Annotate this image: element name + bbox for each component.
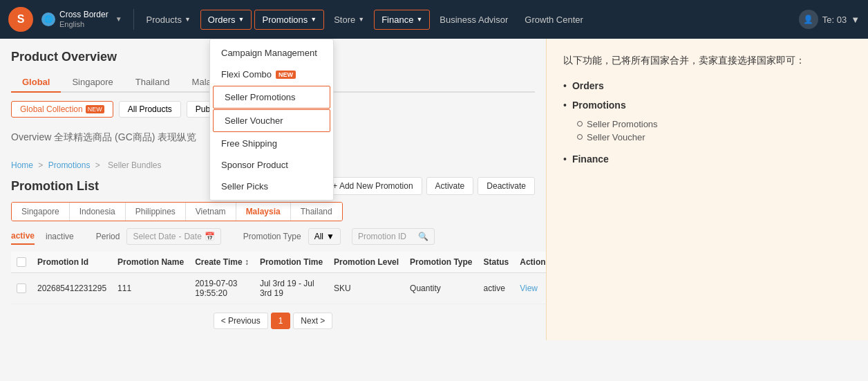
- notice-item-promotions: • Promotions Seller Promotions Seller Vo…: [563, 100, 851, 145]
- platform-selector[interactable]: 🌐 Cross Border English ▼: [41, 10, 122, 29]
- pagination-next[interactable]: Next >: [293, 313, 332, 329]
- period-start-input[interactable]: Select Date - Date 📅: [126, 228, 220, 245]
- row-checkbox: [11, 273, 32, 304]
- breadcrumb-promotions[interactable]: Promotions: [48, 160, 91, 170]
- breadcrumb-seller-bundles: Seller Bundles: [108, 160, 161, 170]
- nav-store[interactable]: Store ▼: [327, 10, 371, 29]
- country-tab-thailand[interactable]: Thailand: [291, 203, 342, 221]
- status-filter-row: active inactive Period Select Date - Dat…: [11, 228, 535, 245]
- user-caret: ▼: [851, 15, 860, 25]
- circle-bullet-1: [577, 121, 583, 127]
- promotion-actions: + Add New Promotion Activate Deactivate: [323, 177, 535, 195]
- row-promo-level: SKU: [328, 273, 404, 304]
- orders-caret: ▼: [238, 16, 245, 23]
- platform-text: Cross Border English: [59, 10, 108, 29]
- row-status: active: [478, 273, 515, 304]
- promo-id-search[interactable]: Promotion ID 🔍: [352, 228, 435, 245]
- dropdown-free-shipping[interactable]: Free Shipping: [210, 133, 333, 154]
- filter-all-products[interactable]: All Products: [119, 101, 181, 118]
- col-status: Status: [478, 252, 515, 273]
- row-promo-id: 202685412231295: [32, 273, 112, 304]
- bullet-orders: •: [563, 80, 567, 91]
- platform-caret: ▼: [115, 15, 122, 23]
- country-tabs: Singapore Indonesia Philippines Vietnam …: [11, 202, 343, 221]
- dropdown-flexi-combo[interactable]: Flexi Combo NEW: [210, 64, 333, 85]
- country-tab-indonesia[interactable]: Indonesia: [70, 203, 126, 221]
- notice-panel: 以下功能，已将所有国家合并，卖家直接选择国家即可： • Orders • Pro…: [546, 39, 868, 340]
- nav-promotions[interactable]: Promotions ▼: [254, 10, 324, 30]
- row-promo-name: 111: [112, 273, 189, 304]
- nav-business-advisor[interactable]: Business Advisor: [433, 10, 515, 29]
- row-promo-time: Jul 3rd 19 - Jul 3rd 19: [254, 273, 328, 304]
- user-menu[interactable]: 👤 Te: 03 ▼: [799, 10, 860, 29]
- notice-intro: 以下功能，已将所有国家合并，卖家直接选择国家即可：: [563, 53, 851, 69]
- nav-finance[interactable]: Finance ▼: [374, 10, 430, 30]
- pagination-prev[interactable]: < Previous: [214, 313, 268, 329]
- country-tab-philippines[interactable]: Philippines: [126, 203, 186, 221]
- bullet-finance: •: [563, 154, 567, 165]
- view-action-link[interactable]: View: [520, 284, 538, 293]
- dropdown-seller-voucher[interactable]: Seller Voucher: [213, 109, 330, 132]
- sub-seller-promotions: Seller Promotions: [577, 119, 658, 129]
- notice-orders-label: Orders: [572, 80, 604, 91]
- activate-button[interactable]: Activate: [426, 177, 474, 195]
- filter-global-collection[interactable]: Global Collection NEW: [11, 101, 113, 118]
- dropdown-seller-promotions[interactable]: Seller Promotions: [213, 86, 330, 109]
- tab-thailand[interactable]: Thailand: [124, 73, 181, 93]
- select-caret: ▼: [326, 232, 334, 241]
- period-label: Period: [96, 232, 120, 241]
- col-promo-name: Promotion Name: [112, 252, 189, 273]
- add-new-promotion-button[interactable]: + Add New Promotion: [323, 177, 422, 195]
- col-promo-type: Promotion Type: [404, 252, 478, 273]
- row-promo-type: Quantity: [404, 273, 478, 304]
- new-badge: NEW: [276, 71, 296, 79]
- dropdown-campaign-management[interactable]: Campaign Management: [210, 42, 333, 64]
- notice-promotions-label: Promotions: [572, 100, 626, 111]
- col-promo-id: Promotion Id: [32, 252, 112, 273]
- dropdown-seller-picks[interactable]: Seller Picks: [210, 176, 333, 197]
- promo-type-label: Promotion Type: [243, 232, 301, 241]
- row-checkbox-input[interactable]: [17, 284, 26, 293]
- dropdown-sponsor-product[interactable]: Sponsor Product: [210, 154, 333, 176]
- tab-singapore[interactable]: Singapore: [61, 73, 124, 93]
- nav-divider: [133, 9, 134, 30]
- promotions-caret: ▼: [310, 16, 317, 23]
- main-content: Product Overview Global Singapore Thaila…: [0, 39, 868, 340]
- country-tab-singapore[interactable]: Singapore: [12, 203, 70, 221]
- row-create-time: 2019-07-03 19:55:20: [189, 273, 254, 304]
- bullet-promotions: •: [563, 100, 567, 111]
- promo-type-filter: Promotion Type All ▼: [243, 228, 341, 245]
- status-tab-active[interactable]: active: [11, 228, 35, 245]
- pagination: < Previous 1 Next >: [11, 313, 535, 329]
- pagination-page-1[interactable]: 1: [271, 313, 291, 329]
- calendar-icon: 📅: [205, 232, 215, 241]
- sub-seller-voucher: Seller Voucher: [577, 132, 658, 142]
- table-row: 202685412231295 111 2019-07-03 19:55:20 …: [11, 273, 556, 304]
- store-caret: ▼: [358, 16, 364, 23]
- col-promo-time: Promotion Time: [254, 252, 328, 273]
- period-filter: Period Select Date - Date 📅: [96, 228, 221, 245]
- country-tab-malaysia[interactable]: Malaysia: [236, 203, 291, 221]
- status-tab-inactive[interactable]: inactive: [46, 229, 74, 244]
- country-tab-vietnam[interactable]: Vietnam: [186, 203, 236, 221]
- col-promo-level: Promotion Level: [328, 252, 404, 273]
- col-create-time[interactable]: Create Time ↕: [189, 252, 254, 273]
- promotion-table: Promotion Id Promotion Name Create Time …: [11, 252, 556, 304]
- nav-orders[interactable]: Orders ▼: [200, 10, 252, 30]
- finance-caret: ▼: [416, 16, 422, 23]
- search-icon: 🔍: [418, 232, 428, 241]
- breadcrumb-home[interactable]: Home: [11, 160, 33, 170]
- promotion-list-title: Promotion List: [11, 179, 99, 194]
- promo-type-select[interactable]: All ▼: [308, 228, 341, 245]
- logo: S: [8, 7, 33, 32]
- products-caret: ▼: [185, 16, 191, 23]
- col-checkbox: [11, 252, 32, 273]
- deactivate-button[interactable]: Deactivate: [478, 177, 535, 195]
- nav-growth-center[interactable]: Growth Center: [518, 10, 590, 29]
- user-icon: 👤: [799, 10, 818, 29]
- nav-products[interactable]: Products ▼: [140, 10, 198, 29]
- tab-global[interactable]: Global: [11, 73, 61, 93]
- navbar: S 🌐 Cross Border English ▼ Products ▼ Or…: [0, 0, 868, 39]
- circle-bullet-2: [577, 134, 583, 140]
- header-checkbox[interactable]: [17, 257, 26, 267]
